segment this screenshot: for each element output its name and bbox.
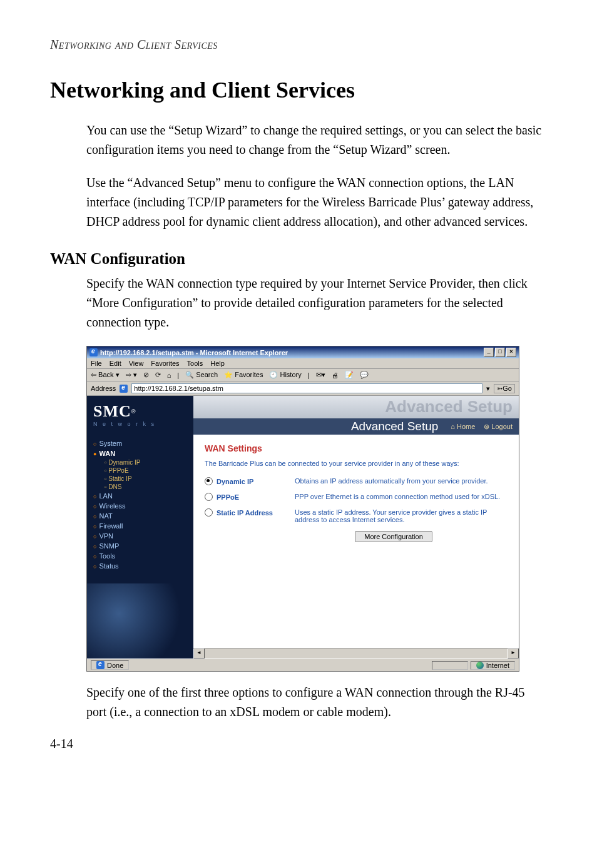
main-content: WAN Settings The Barricade Plus can be c… — [193, 435, 519, 659]
horizontal-scrollbar[interactable]: ◄ ► — [193, 648, 519, 659]
option-label: PPPoE — [217, 493, 239, 501]
window-title-text: http://192.168.2.1/setupa.stm - Microsof… — [100, 349, 288, 356]
intro-paragraph-2: Use the “Advanced Setup” menu to configu… — [86, 173, 547, 231]
internet-zone-icon — [476, 662, 484, 669]
page-content: SMC® N e t w o r k s ○System ●WAN ▫ Dyna… — [87, 396, 519, 659]
option-desc: PPP over Ethernet is a common connection… — [295, 493, 508, 500]
window-titlebar: http://192.168.2.1/setupa.stm - Microsof… — [87, 346, 519, 358]
banner-logout-link[interactable]: ⊗Logout — [484, 423, 513, 431]
logo-block: SMC® N e t w o r k s — [87, 396, 193, 436]
address-label: Address — [91, 385, 116, 392]
main-pane: Advanced Setup Advanced Setup ⌂Home ⊗Log… — [193, 396, 519, 659]
print-button[interactable]: 🖨 — [332, 371, 339, 379]
menu-view[interactable]: View — [129, 360, 144, 367]
nav-lan[interactable]: ○LAN — [87, 491, 193, 501]
nav-wan-static-ip[interactable]: ▫ Static IP — [87, 475, 193, 483]
forward-button[interactable]: ⇨ ▾ — [126, 371, 137, 379]
menu-favorites[interactable]: Favorites — [151, 360, 179, 367]
intro-paragraph-1: You can use the “Setup Wizard” to change… — [86, 121, 547, 159]
option-desc: Uses a static IP address. Your service p… — [295, 508, 508, 523]
back-button[interactable]: ⇦ Back ▾ — [91, 371, 120, 379]
running-header: Networking and Client Services — [50, 38, 547, 52]
status-done-icon — [96, 661, 105, 669]
scroll-right-arrow[interactable]: ► — [508, 648, 519, 659]
nav-nat[interactable]: ○NAT — [87, 511, 193, 521]
search-button[interactable]: 🔍 Search — [185, 371, 218, 379]
nav-toolbar: ⇦ Back ▾ ⇨ ▾ ⊘ ⟳ ⌂ | 🔍 Search ⭐ Favorite… — [87, 369, 519, 381]
wan-paragraph-2: Specify one of the first three options t… — [86, 683, 547, 722]
banner-title: Advanced Setup — [200, 420, 442, 433]
logo-subtext: N e t w o r k s — [93, 421, 187, 427]
menu-bar: File Edit View Favorites Tools Help — [87, 358, 519, 369]
nav-wan[interactable]: ●WAN — [87, 448, 193, 458]
banner-home-link[interactable]: ⌂Home — [451, 423, 475, 430]
status-bar: Done Internet — [87, 659, 519, 671]
nav-system[interactable]: ○System — [87, 438, 193, 448]
panel-description: The Barricade Plus can be connected to y… — [205, 460, 508, 467]
favorites-button[interactable]: ⭐ Favorites — [224, 371, 263, 379]
window-minimize-button[interactable]: _ — [484, 348, 494, 357]
sidebar-decorative-image — [87, 583, 193, 659]
app-sidebar: SMC® N e t w o r k s ○System ●WAN ▫ Dyna… — [87, 396, 193, 659]
nav-wan-pppoe[interactable]: ▫ PPPoE — [87, 467, 193, 475]
address-bar: Address ▾ ➳Go — [87, 381, 519, 396]
nav-tools[interactable]: ○Tools — [87, 551, 193, 561]
ie-icon — [89, 348, 98, 356]
nav-wan-dynamic-ip[interactable]: ▫ Dynamic IP — [87, 458, 193, 467]
option-desc: Obtains an IP address automatically from… — [295, 477, 508, 485]
status-left-text: Done — [107, 662, 123, 669]
logout-icon: ⊗ — [484, 423, 489, 431]
refresh-button[interactable]: ⟳ — [155, 371, 161, 379]
mail-button[interactable]: ✉▾ — [316, 371, 325, 379]
panel-heading: WAN Settings — [205, 443, 508, 453]
window-close-button[interactable]: × — [506, 348, 516, 357]
go-button[interactable]: ➳Go — [494, 384, 515, 393]
radio-static-ip[interactable] — [205, 508, 213, 517]
menu-edit[interactable]: Edit — [110, 360, 121, 367]
option-label: Static IP Address — [217, 509, 273, 517]
status-right-text: Internet — [486, 662, 509, 669]
browser-window: http://192.168.2.1/setupa.stm - Microsof… — [86, 346, 519, 672]
window-maximize-button[interactable]: □ — [495, 348, 505, 357]
more-configuration-button[interactable]: More Configuration — [355, 531, 432, 542]
page-number: 4-14 — [50, 737, 547, 751]
banner-faded-title: Advanced Setup — [385, 397, 513, 416]
section-heading-wan-config: WAN Configuration — [50, 250, 547, 268]
option-pppoe[interactable]: PPPoE PPP over Ethernet is a common conn… — [205, 493, 508, 501]
stop-button[interactable]: ⊘ — [143, 371, 149, 379]
page-banner: Advanced Setup Advanced Setup ⌂Home ⊗Log… — [193, 396, 519, 435]
discuss-button[interactable]: 💬 — [360, 371, 369, 379]
sidebar-nav: ○System ●WAN ▫ Dynamic IP ▫ PPPoE ▫ Stat… — [87, 436, 193, 583]
radio-pppoe[interactable] — [205, 493, 213, 501]
nav-wan-dns[interactable]: ▫ DNS — [87, 483, 193, 491]
home-button[interactable]: ⌂ — [167, 371, 171, 379]
logo-registered: ® — [131, 408, 136, 415]
nav-wireless[interactable]: ○Wireless — [87, 501, 193, 511]
option-static-ip[interactable]: Static IP Address Uses a static IP addre… — [205, 508, 508, 523]
address-input[interactable] — [131, 383, 482, 393]
history-button[interactable]: 🕘 History — [269, 371, 301, 379]
page-title: Networking and Client Services — [50, 77, 547, 103]
menu-tools[interactable]: Tools — [187, 360, 203, 367]
address-dropdown[interactable]: ▾ — [486, 385, 490, 393]
radio-dynamic-ip[interactable] — [205, 477, 213, 485]
address-icon — [120, 385, 128, 393]
option-label: Dynamic IP — [217, 478, 253, 485]
menu-help[interactable]: Help — [210, 360, 225, 367]
edit-button[interactable]: 📝 — [345, 371, 354, 379]
nav-vpn[interactable]: ○VPN — [87, 531, 193, 541]
menu-file[interactable]: File — [91, 360, 102, 367]
nav-snmp[interactable]: ○SNMP — [87, 541, 193, 551]
nav-status[interactable]: ○Status — [87, 561, 193, 571]
scroll-left-arrow[interactable]: ◄ — [193, 648, 205, 659]
option-dynamic-ip[interactable]: Dynamic IP Obtains an IP address automat… — [205, 477, 508, 485]
home-icon: ⌂ — [451, 423, 455, 430]
wan-paragraph-1: Specify the WAN connection type required… — [86, 274, 547, 332]
nav-firewall[interactable]: ○Firewall — [87, 521, 193, 531]
logo-text: SMC — [93, 402, 131, 420]
